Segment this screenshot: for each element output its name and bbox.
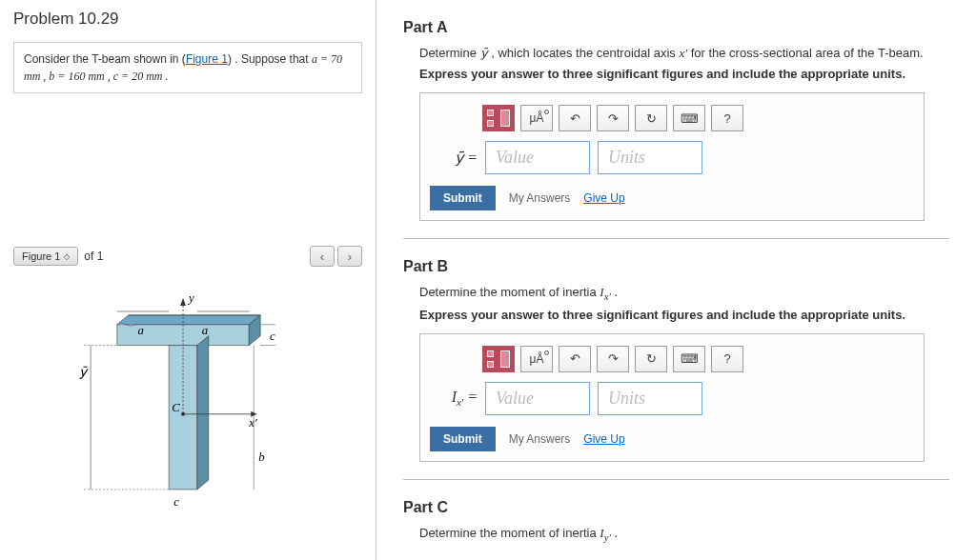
part-b-answer-box: μÅ ↶ ↷ ↻ ⌨ ? Ix' = Value Units Submit My… (419, 333, 925, 462)
part-c-content: Determine the moment of inertia Iy' . (419, 526, 966, 543)
reset-button[interactable]: ↻ (635, 105, 667, 131)
units-button[interactable]: μÅ (520, 105, 553, 131)
help-button[interactable]: ? (711, 105, 743, 131)
help-button[interactable]: ? (711, 346, 743, 372)
left-panel: Problem 10.29 Consider the T-beam shown … (0, 0, 376, 560)
problem-text-post: ) . Suppose that (228, 52, 312, 66)
x-axis-label: x' (248, 416, 257, 430)
reset-button[interactable]: ↻ (635, 346, 667, 372)
chevron-left-icon: ‹ (320, 250, 324, 264)
dim-a-right: a (202, 324, 208, 337)
part-a-toolbar: μÅ ↶ ↷ ↻ ⌨ ? (482, 105, 914, 131)
figure-next-button[interactable]: › (337, 246, 362, 267)
keyboard-icon: ⌨ (681, 111, 699, 126)
undo-button[interactable]: ↶ (559, 105, 591, 131)
divider (403, 479, 949, 480)
template-icon[interactable] (482, 346, 515, 372)
keyboard-button[interactable]: ⌨ (673, 346, 705, 372)
svg-marker-1 (117, 325, 249, 346)
part-b-value-input[interactable]: Value (485, 382, 590, 415)
part-c-title: Part C (403, 499, 966, 516)
tbeam-diagram: C x' y a a c b (13, 276, 362, 514)
part-b-title: Part B (403, 258, 966, 275)
redo-button[interactable]: ↷ (597, 346, 629, 372)
part-b-content: Determine the moment of inertia Ix' . Ex… (419, 285, 966, 462)
figure-area: C x' y a a c b (13, 276, 362, 514)
figure-prev-button[interactable]: ‹ (310, 246, 335, 267)
figure-bar: Figure 1 ◇ of 1 ‹ › (13, 246, 362, 267)
keyboard-icon: ⌨ (681, 351, 699, 366)
dim-b: b (258, 450, 265, 464)
part-a-lhs: ȳ = (439, 149, 478, 167)
dropdown-icon: ◇ (64, 252, 70, 261)
part-b-give-up[interactable]: Give Up (583, 432, 624, 446)
problem-text-pre: Consider the T-beam shown in ( (24, 52, 186, 66)
part-a-content: Determine ȳ , which locates the centroid… (419, 46, 966, 221)
figure-of-label: of 1 (84, 250, 103, 263)
dim-ybar: ȳ (79, 365, 89, 379)
problem-description: Consider the T-beam shown in (Figure 1) … (13, 42, 362, 93)
part-b-toolbar: μÅ ↶ ↷ ↻ ⌨ ? (482, 346, 914, 372)
svg-marker-9 (180, 298, 186, 306)
figure-select-label: Figure 1 (22, 250, 60, 262)
undo-button[interactable]: ↶ (559, 346, 591, 372)
part-a-button-row: Submit My Answers Give Up (430, 186, 914, 210)
centroid-label: C (172, 401, 180, 414)
chevron-right-icon: › (348, 250, 352, 264)
redo-button[interactable]: ↷ (597, 105, 629, 131)
dim-a-left: a (138, 324, 144, 337)
units-button[interactable]: μÅ (520, 346, 553, 372)
part-b-instruct: Express your answer to three significant… (419, 308, 966, 322)
part-c-prompt: Determine the moment of inertia Iy' . (419, 526, 966, 543)
right-panel: Part A Determine ȳ , which locates the c… (376, 0, 976, 560)
part-a-my-answers[interactable]: My Answers (509, 191, 571, 205)
figure-select[interactable]: Figure 1 ◇ (13, 247, 78, 266)
part-a-title: Part A (403, 19, 966, 36)
dim-c-bottom: c (173, 495, 179, 509)
part-b-prompt: Determine the moment of inertia Ix' . (419, 285, 966, 302)
part-b-button-row: Submit My Answers Give Up (430, 427, 914, 451)
divider (403, 238, 949, 239)
part-b-my-answers[interactable]: My Answers (509, 432, 571, 446)
template-icon[interactable] (482, 105, 515, 131)
problem-title: Problem 10.29 (0, 0, 376, 42)
part-a-submit-button[interactable]: Submit (430, 186, 496, 210)
part-b-lhs: Ix' = (439, 389, 478, 408)
part-a-prompt: Determine ȳ , which locates the centroid… (419, 46, 966, 61)
part-a-units-input[interactable]: Units (598, 141, 702, 174)
dim-c-top: c (270, 330, 275, 343)
part-a-answer-box: μÅ ↶ ↷ ↻ ⌨ ? ȳ = Value Units Submit My A… (419, 92, 925, 221)
y-axis-label: y (187, 291, 194, 305)
part-a-give-up[interactable]: Give Up (583, 191, 624, 205)
part-a-equation-row: ȳ = Value Units (439, 141, 914, 174)
part-b-equation-row: Ix' = Value Units (439, 382, 914, 415)
figure-link[interactable]: Figure 1 (186, 52, 228, 66)
part-a-value-input[interactable]: Value (485, 141, 590, 174)
keyboard-button[interactable]: ⌨ (673, 105, 705, 131)
part-b-submit-button[interactable]: Submit (430, 427, 496, 451)
part-b-units-input[interactable]: Units (598, 382, 702, 415)
part-a-instruct: Express your answer to three significant… (419, 67, 966, 81)
svg-marker-4 (197, 336, 209, 490)
